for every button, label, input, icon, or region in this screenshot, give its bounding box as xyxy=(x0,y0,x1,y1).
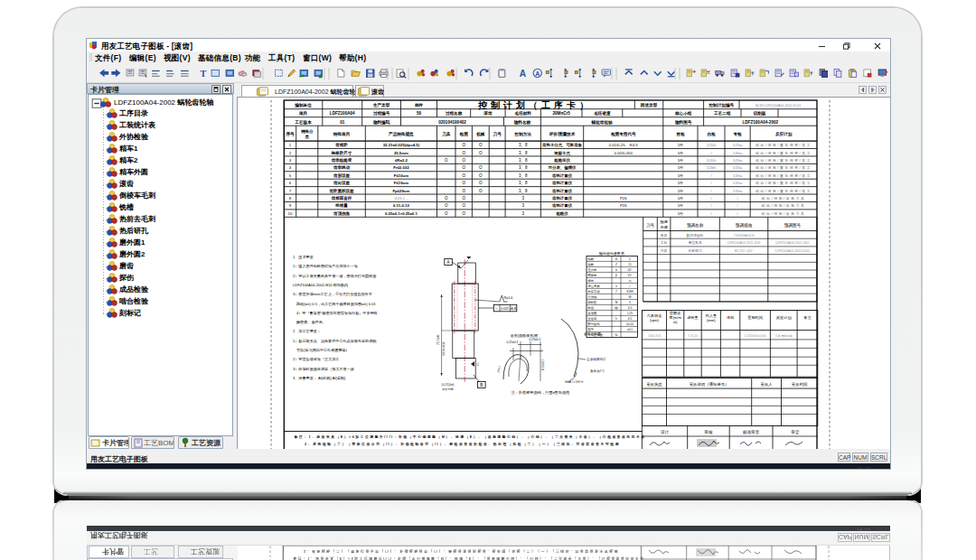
svg-text:3: 3 xyxy=(521,211,524,216)
svg-text:1）标记装夹点、润换零件中心孔点定装先定协调构: 1）标记装夹点、润换零件中心孔点定装先定协调构 xyxy=(293,339,376,344)
svg-text:物料图号: 物料图号 xyxy=(674,119,692,126)
svg-text:3、8: 3、8 xyxy=(519,181,528,185)
svg-text:4）审『量返密"精密深花密墙项项目标』中采用格: 4）审『量返密"精密深花密墙项项目标』中采用格 xyxy=(296,311,378,316)
svg-text:1、技术要求: 1、技术要求 xyxy=(293,255,314,259)
svg-text:粗糙仪: 粗糙仪 xyxy=(555,211,568,216)
svg-text:m: m xyxy=(615,257,618,261)
svg-text:25.5mm: 25.5mm xyxy=(394,151,408,155)
svg-text:⌐: ⌐ xyxy=(495,306,498,311)
svg-text:过程编号: 过程编号 xyxy=(373,110,390,117)
svg-text:O: O xyxy=(445,158,448,163)
svg-text:YS3180A63CS: YS3180A63CS xyxy=(734,234,755,238)
svg-text:1/20h: 1/20h xyxy=(707,158,717,163)
svg-text:32.21±0.025(dp=4.5): 32.21±0.025(dp=4.5) xyxy=(383,143,420,147)
svg-text:/: / xyxy=(630,285,631,288)
svg-text:磨前滚刀: 磨前滚刀 xyxy=(689,248,702,253)
svg-text:3: 3 xyxy=(629,301,631,304)
svg-text:齿顶修缘N12: 齿顶修缘N12 xyxy=(587,357,605,361)
svg-text:2: 2 xyxy=(629,257,631,261)
svg-text:更改说明（通知单号）: 更改说明（通知单号） xyxy=(690,381,729,387)
svg-text:冷却: 冷却 xyxy=(727,315,734,320)
svg-text:齿顶圆: 齿顶圆 xyxy=(588,312,597,315)
svg-text:O: O xyxy=(479,189,483,193)
svg-text:O: O xyxy=(462,189,465,193)
svg-text:控制计划编号: 控制计划编号 xyxy=(709,102,735,108)
svg-text:困述类型: 困述类型 xyxy=(641,102,658,108)
svg-text:A: A xyxy=(520,69,527,79)
svg-text:右: 右 xyxy=(628,279,632,283)
svg-text:注：所有棱要倒钝，只需d量和倒角: 注：所有棱要倒钝，只需d量和倒角 xyxy=(511,390,569,396)
svg-text:齿轮卡分尺、可换齿条: 齿轮卡分尺、可换齿条 xyxy=(541,143,583,148)
svg-text:1/4ha: 1/4ha xyxy=(733,181,743,185)
svg-text:A: A xyxy=(446,260,449,265)
svg-text:刀号: 刀号 xyxy=(493,131,502,137)
svg-text:更改时间: 更改时间 xyxy=(792,382,808,387)
svg-text:备注：1、滚齿夹具（E）√6加工位调整开门门：补偿（中心偏调: 备注：1、滚齿夹具（E）√6加工位调整开门门：补偿（中心偏调整（M）、移调（E）… xyxy=(294,434,646,439)
svg-text:0.25±0.1: 0.25±0.1 xyxy=(530,338,541,341)
svg-text:M2 Z11 ×(20°: M2 Z11 ×(20° xyxy=(735,249,754,253)
svg-text:2、加工艺要求：: 2、加工艺要求： xyxy=(293,329,321,333)
svg-text:O: O xyxy=(462,158,465,163)
svg-text:压力角: 压力角 xyxy=(588,267,597,272)
svg-text:毛坯硬度: 毛坯硬度 xyxy=(594,110,611,117)
svg-text:粗卸/调换/重新调整/返工: 粗卸/调换/重新调整/返工 xyxy=(755,143,812,147)
svg-text:跨棒距: 跨棒距 xyxy=(588,301,598,304)
svg-text:特殊项目: 特殊项目 xyxy=(333,132,350,137)
svg-text:F≤19um: F≤19um xyxy=(394,181,408,185)
svg-text:A-B: A-B xyxy=(511,307,516,311)
svg-text:齿面跳动: 齿面跳动 xyxy=(333,164,351,170)
svg-text:1件: 1件 xyxy=(678,203,684,208)
svg-text:3、8: 3、8 xyxy=(519,189,528,193)
svg-text:不留倒角: 不留倒角 xyxy=(442,387,454,391)
svg-text:O: O xyxy=(445,196,448,201)
svg-text:(25±1: (25±1 xyxy=(496,365,502,373)
svg-text:评价/测量技术: 评价/测量技术 xyxy=(549,131,576,137)
svg-text:71.5b期: 71.5b期 xyxy=(436,333,440,344)
svg-text:粗卸/调换/更换刀具: 粗卸/调换/更换刀具 xyxy=(761,196,806,201)
svg-text:中心距偏差: 中心距偏差 xyxy=(588,332,604,337)
svg-text:/: / xyxy=(710,211,712,216)
svg-text:全齿高: 全齿高 xyxy=(588,317,598,321)
svg-text:编制单位: 编制单位 xyxy=(294,103,312,108)
svg-text:1件: 1件 xyxy=(678,181,684,185)
svg-text:粗卸/调换/更换刀具: 粗卸/调换/更换刀具 xyxy=(761,203,806,208)
svg-text:1: 1 xyxy=(289,143,292,147)
svg-text:备注: 备注 xyxy=(803,315,812,320)
svg-text:2、系统检验（二）（需换位齿台芯（门）、补偿检验齿芯（门）、: 2、系统检验（二）（需换位齿台芯（门）、补偿检验齿芯（门）、新检齿形齿距检齿、热… xyxy=(305,442,620,446)
svg-text:(rpm): (rpm) xyxy=(650,318,660,322)
svg-text:O: O xyxy=(462,196,465,201)
svg-text:进给量: 进给量 xyxy=(687,315,699,320)
svg-text:Fr≤0.032: Fr≤0.032 xyxy=(393,165,409,170)
svg-text:/: / xyxy=(710,181,712,185)
svg-text:毛坯材料: 毛坯材料 xyxy=(515,111,532,117)
svg-text:倒棱刀:1分寸: 倒棱刀:1分寸 xyxy=(565,380,584,384)
svg-text:物料编码: 物料编码 xyxy=(372,119,390,126)
svg-text:3: 3 xyxy=(521,196,524,201)
svg-text:(mm): (mm) xyxy=(707,318,716,322)
svg-text:LDFZ100A04-2001-J001: LDFZ100A04-2001-J001 xyxy=(775,241,809,245)
svg-text:Φ29.1...: Φ29.1... xyxy=(394,196,408,201)
svg-text:/: / xyxy=(710,173,712,178)
svg-text:粗卸/调换/更换刀具: 粗卸/调换/更换刀具 xyxy=(761,211,806,216)
svg-text:0.025: 0.025 xyxy=(501,307,509,311)
svg-text:生产类型: 生产类型 xyxy=(372,102,390,108)
svg-text:模数: 模数 xyxy=(588,257,595,261)
svg-text:液压夹具: 液压夹具 xyxy=(689,240,702,245)
svg-text:1）输入密件创检图样项产品规范十一项: 1）输入密件创检图样项产品规范十一项 xyxy=(293,264,358,269)
svg-text:百分表、偏摆仪: 百分表、偏摆仪 xyxy=(548,165,577,171)
svg-text:Z: Z xyxy=(615,263,617,266)
svg-text:切削版: 切削版 xyxy=(754,111,766,117)
svg-text:fa: fa xyxy=(615,333,618,337)
svg-text:O: O xyxy=(479,143,483,147)
svg-text:粗卸/调换/重新调整/返工: 粗卸/调换/重新调整/返工 xyxy=(755,189,812,193)
svg-text:精度等级: 精度等级 xyxy=(588,290,601,294)
svg-text:5: 5 xyxy=(289,173,292,178)
svg-text:1/4ha: 1/4ha xyxy=(733,151,743,155)
svg-text:3、8: 3、8 xyxy=(519,173,528,178)
svg-text:LDFZ100A04-2002-B10 相轮廓内: LDFZ100A04-2002-B10 相轮廓内 xyxy=(293,283,348,287)
svg-text:0.02/0-200: 0.02/0-200 xyxy=(615,151,633,155)
svg-text:±0.1: ±0.1 xyxy=(627,328,633,331)
svg-text:外调: 外调 xyxy=(660,225,667,229)
svg-text:蜗轮齿轮参数表: 蜗轮齿轮参数表 xyxy=(599,251,624,256)
svg-text:刀具: 刀具 xyxy=(441,131,451,137)
